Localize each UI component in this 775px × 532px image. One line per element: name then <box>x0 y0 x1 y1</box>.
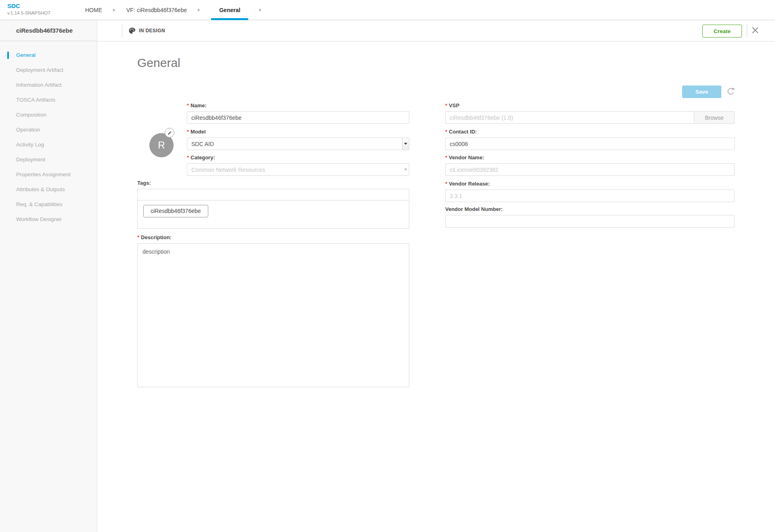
vendor-model-number-input[interactable] <box>445 215 735 227</box>
sdc-app: SDC v.1.14.5-SNAPSHOT HOME VF: ciResdbb4… <box>0 0 775 532</box>
sidebar-item-deployment-artifact[interactable]: Deployment Artifact <box>0 63 97 77</box>
vendor-model-number-field: Vendor Model Number: <box>445 206 735 227</box>
vsp-input <box>446 112 694 123</box>
vendor-release-input <box>445 190 735 202</box>
resource-title: ciResdbb46f376ebe <box>0 20 97 41</box>
caret-down-icon <box>402 164 409 175</box>
lifecycle-status: IN DESIGN <box>128 20 165 41</box>
vendor-release-label: *Vendor Release: <box>445 181 735 187</box>
sidebar-item-tosca-artifacts[interactable]: TOSCA Artifacts <box>0 92 97 107</box>
status-badge: IN DESIGN <box>139 28 165 33</box>
close-button[interactable] <box>752 27 759 34</box>
avatar[interactable]: R <box>149 133 174 157</box>
contact-id-input[interactable] <box>445 138 735 150</box>
tags-list: ciResdbb46f376ebe <box>137 200 409 229</box>
vsp-group: Browse <box>445 111 735 124</box>
vsp-label: *VSP <box>445 102 735 108</box>
sidebar-item-composition[interactable]: Composition <box>0 107 97 122</box>
vendor-release-field: *Vendor Release: <box>445 181 735 202</box>
redo-icon[interactable] <box>726 87 735 96</box>
sidebar-item-activity-log[interactable]: Activity Log <box>0 137 97 152</box>
main-header: IN DESIGN Create <box>97 20 775 42</box>
page-title: General <box>137 56 180 70</box>
header-divider <box>747 24 747 37</box>
save-button[interactable]: Save <box>682 86 721 98</box>
tags-field: Tags: ciResdbb46f376ebe <box>137 180 409 229</box>
palette-icon <box>128 27 136 34</box>
description-field: *Description: description <box>137 234 409 389</box>
vsp-field: *VSP Browse <box>445 102 735 124</box>
sidebar-item-req-capabilities[interactable]: Req. & Capabilities <box>0 197 97 212</box>
name-input[interactable] <box>187 111 409 124</box>
app-version: v.1.14.5-SNAPSHOT <box>7 10 50 16</box>
sidebar-item-general[interactable]: General <box>0 48 97 63</box>
browse-button[interactable]: Browse <box>694 112 734 123</box>
category-label: *Category: <box>187 154 409 161</box>
name-field: *Name: <box>187 102 409 124</box>
sidebar-item-attributes-outputs[interactable]: Attributes & Outputs <box>0 182 97 197</box>
tab-general[interactable]: General <box>211 0 248 20</box>
sidebar-item-deployment[interactable]: Deployment <box>0 152 97 167</box>
contact-id-label: *Contact ID: <box>445 129 735 135</box>
close-icon <box>752 27 758 33</box>
sidebar-item-workflow-designer[interactable]: Workflow Designer <box>0 212 97 227</box>
sidebar-menu: General Deployment Artifact Information … <box>0 41 97 227</box>
vendor-name-input <box>445 163 735 176</box>
tags-input[interactable] <box>137 189 409 200</box>
general-form: General Save R *Name: *Model SDC AID <box>97 42 775 532</box>
active-item-bar <box>7 52 9 59</box>
active-tab-underline <box>211 18 248 20</box>
model-label: *Model <box>187 129 409 135</box>
pencil-icon <box>168 131 172 135</box>
tag-chip[interactable]: ciResdbb46f376ebe <box>143 205 208 217</box>
avatar-letter: R <box>158 140 165 151</box>
app-title: SDC <box>7 2 50 10</box>
breadcrumb-vf[interactable]: VF: ciResdbb46f376ebe <box>126 7 187 13</box>
header-divider <box>122 24 122 38</box>
description-label: *Description: <box>137 234 409 240</box>
sidebar-item-operation[interactable]: Operation <box>0 122 97 137</box>
vendor-name-field: *Vendor Name: <box>445 154 735 176</box>
vendor-name-label: *Vendor Name: <box>445 154 735 161</box>
model-select[interactable]: SDC AID <box>187 138 409 150</box>
breadcrumb-home[interactable]: HOME <box>85 7 102 13</box>
create-button[interactable]: Create <box>702 25 742 38</box>
vendor-model-number-label: Vendor Model Number: <box>445 206 735 212</box>
tags-label: Tags: <box>137 180 409 186</box>
contact-id-field: *Contact ID: <box>445 129 735 150</box>
avatar-edit-button[interactable] <box>165 128 174 138</box>
sidebar-item-information-artifact[interactable]: Information Artifact <box>0 77 97 92</box>
description-textarea[interactable]: description <box>137 243 409 387</box>
category-select: Common Network Resources <box>187 163 409 176</box>
chevron-right-icon <box>198 8 200 12</box>
app-logo: SDC v.1.14.5-SNAPSHOT <box>7 2 50 16</box>
name-label: *Name: <box>187 102 409 108</box>
caret-down-icon <box>402 138 409 150</box>
chevron-right-icon <box>113 8 115 12</box>
category-field: *Category: Common Network Resources <box>187 154 409 176</box>
model-field: *Model SDC AID <box>187 129 409 150</box>
top-nav: SDC v.1.14.5-SNAPSHOT HOME VF: ciResdbb4… <box>0 0 775 20</box>
sidebar-item-properties-assignment[interactable]: Properties Assignment <box>0 167 97 182</box>
breadcrumb: HOME VF: ciResdbb46f376ebe General <box>85 0 272 20</box>
chevron-right-icon <box>259 8 262 12</box>
sidebar: ciResdbb46f376ebe General Deployment Art… <box>0 20 97 532</box>
tab-general-label: General <box>219 7 240 13</box>
